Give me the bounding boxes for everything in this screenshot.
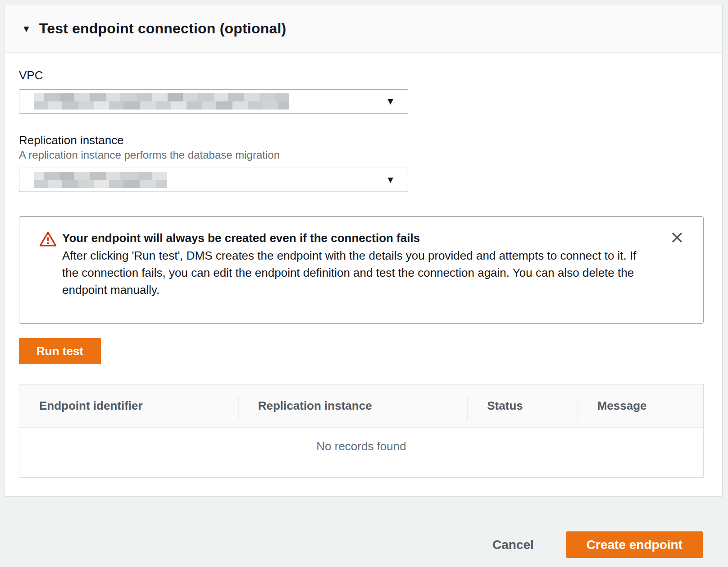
replication-instance-label: Replication instance	[19, 133, 704, 147]
cancel-button[interactable]: Cancel	[492, 531, 534, 558]
warning-alert: Your endpoint will always be created eve…	[19, 216, 704, 324]
column-header-replication-instance: Replication instance	[238, 384, 468, 427]
alert-body: After clicking 'Run test', DMS creates t…	[62, 247, 649, 298]
section-body: VPC ▼ Replication instance A replication…	[5, 53, 722, 478]
replication-instance-field: Replication instance A replication insta…	[19, 133, 704, 192]
vpc-field: VPC ▼	[19, 69, 704, 114]
chevron-down-icon: ▼	[386, 96, 395, 106]
form-footer: Cancel Create endpoint	[0, 496, 728, 567]
test-endpoint-connection-panel: ▼ Test endpoint connection (optional) VP…	[5, 5, 722, 496]
close-icon[interactable]	[667, 228, 687, 247]
replication-instance-redacted-value	[34, 172, 167, 188]
replication-instance-select[interactable]: ▼	[19, 168, 408, 192]
run-test-button[interactable]: Run test	[19, 338, 101, 364]
vpc-label: VPC	[19, 69, 704, 82]
alert-title: Your endpoint will always be created eve…	[62, 229, 649, 247]
table-body: No records found	[19, 428, 703, 477]
section-header[interactable]: ▼ Test endpoint connection (optional)	[5, 5, 722, 53]
column-header-status: Status	[467, 384, 577, 427]
page: ▼ Test endpoint connection (optional) VP…	[0, 5, 728, 567]
test-results-table: Endpoint identifier Replication instance…	[19, 384, 704, 478]
alert-content: Your endpoint will always be created eve…	[62, 229, 649, 298]
table-header-row: Endpoint identifier Replication instance…	[19, 384, 703, 428]
vpc-select[interactable]: ▼	[19, 89, 408, 114]
collapse-caret-icon[interactable]: ▼	[22, 24, 31, 33]
chevron-down-icon: ▼	[386, 175, 395, 184]
replication-instance-description: A replication instance performs the data…	[19, 149, 704, 161]
column-header-endpoint-identifier: Endpoint identifier	[19, 384, 238, 427]
warning-triangle-icon	[39, 231, 57, 249]
empty-state-message: No records found	[316, 439, 406, 477]
section-title: Test endpoint connection (optional)	[39, 20, 287, 37]
vpc-redacted-value	[34, 93, 289, 110]
create-endpoint-button[interactable]: Create endpoint	[566, 531, 703, 558]
column-header-message: Message	[578, 384, 703, 427]
